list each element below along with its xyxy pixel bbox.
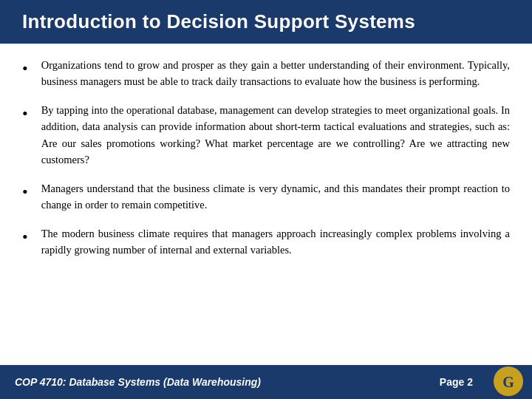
bullet-item-4: • The modern business climate requires t… (22, 225, 510, 259)
footer-logo: G (494, 366, 525, 398)
bullet-dot-4: • (22, 226, 28, 249)
bullet-text-4: The modern business climate requires tha… (41, 225, 510, 259)
logo-svg: G (494, 367, 522, 395)
bullet-item-2: • By tapping into the operational databa… (22, 102, 510, 168)
footer-page: Page 2 (440, 376, 473, 388)
svg-text:G: G (502, 374, 514, 390)
bullet-item-1: • Organizations tend to grow and prosper… (22, 57, 510, 90)
bullet-item-3: • Managers understand that the business … (22, 180, 510, 214)
slide-title: Introduction to Decision Support Systems (0, 0, 532, 44)
footer-course: COP 4710: Database Systems (Data Warehou… (15, 376, 440, 388)
bullet-dot-2: • (22, 103, 28, 126)
content-area: • Organizations tend to grow and prosper… (0, 44, 532, 365)
title-text: Introduction to Decision Support Systems (22, 10, 415, 33)
bullet-dot-3: • (22, 181, 28, 204)
bullet-dot-1: • (22, 58, 28, 81)
bullet-text-2: By tapping into the operational database… (41, 102, 510, 168)
logo-circle: G (494, 366, 523, 396)
bullet-text-1: Organizations tend to grow and prosper a… (41, 57, 510, 90)
bullet-text-3: Managers understand that the business cl… (41, 180, 510, 214)
footer: COP 4710: Database Systems (Data Warehou… (0, 365, 532, 399)
slide: Introduction to Decision Support Systems… (0, 0, 532, 399)
